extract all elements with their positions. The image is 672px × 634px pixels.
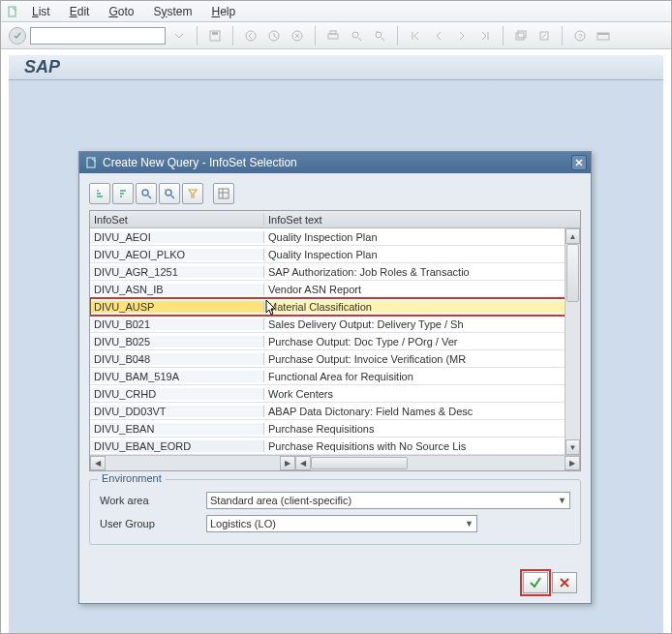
- table-row[interactable]: DIVU_ASN_IBVendor ASN Report: [90, 281, 580, 298]
- svg-point-18: [142, 190, 148, 196]
- table-row[interactable]: DIVU_B021Sales Delivery Output: Delivery…: [90, 316, 580, 333]
- cell-infoset-text: Purchase Requisitions: [264, 423, 580, 435]
- scroll-thumb[interactable]: [566, 244, 579, 302]
- table-row[interactable]: DIVU_AEOIQuality Inspection Plan: [90, 228, 580, 246]
- cell-infoset-text: Material Classification: [264, 301, 580, 313]
- svg-rect-20: [219, 189, 229, 198]
- svg-point-9: [376, 32, 382, 38]
- table-row[interactable]: DIVU_B048Purchase Output: Invoice Verifi…: [90, 350, 580, 368]
- menu-help[interactable]: Help: [203, 3, 243, 20]
- find-button[interactable]: [136, 183, 157, 204]
- table-row[interactable]: DIVU_EBAN_EORDPurchase Requisitions with…: [90, 438, 580, 455]
- sort-desc-button[interactable]: [112, 183, 134, 204]
- col-header-infoset[interactable]: InfoSet: [90, 214, 264, 226]
- cell-infoset: DIVU_B048: [90, 353, 264, 365]
- last-page-icon[interactable]: [475, 26, 495, 45]
- hscroll-thumb[interactable]: [311, 457, 408, 469]
- next-page-icon[interactable]: [452, 26, 472, 45]
- table-row[interactable]: DIVU_AUSPMaterial Classification: [90, 298, 580, 316]
- command-field[interactable]: [30, 27, 166, 45]
- user-group-select[interactable]: Logistics (LO) ▼: [206, 515, 477, 532]
- scroll-up-icon[interactable]: ▲: [565, 228, 580, 244]
- enter-button[interactable]: [9, 27, 26, 45]
- cell-infoset: DIVU_B021: [90, 318, 264, 330]
- work-area-select[interactable]: Standard area (client-specific) ▼: [206, 492, 570, 509]
- table-row[interactable]: DIVU_AEOI_PLKOQuality Inspection Plan: [90, 246, 580, 263]
- infoset-grid: InfoSet InfoSet text DIVU_AEOIQuality In…: [89, 210, 581, 471]
- col-header-infoset-text[interactable]: InfoSet text: [264, 214, 565, 226]
- menu-list[interactable]: List: [24, 3, 58, 20]
- cell-infoset-text: Sales Delivery Output: Delivery Type / S…: [264, 318, 580, 330]
- svg-text:?: ?: [578, 32, 583, 41]
- menu-goto[interactable]: Goto: [101, 3, 141, 20]
- menu-edit[interactable]: Edit: [62, 3, 98, 20]
- exit-icon[interactable]: [264, 26, 284, 45]
- dialog-titlebar: Create New Query - InfoSet Selection: [79, 152, 591, 173]
- vertical-scrollbar[interactable]: ▲ ▼: [565, 228, 580, 455]
- cell-infoset: DIVU_DD03VT: [90, 406, 264, 417]
- work-area-label: Work area: [100, 495, 206, 506]
- accept-button[interactable]: [523, 572, 548, 593]
- svg-rect-17: [87, 158, 95, 167]
- svg-point-8: [352, 32, 358, 38]
- dialog-close-button[interactable]: [571, 155, 587, 170]
- user-group-value: Logistics (LO): [210, 518, 276, 529]
- hscroll-right-icon[interactable]: ▶: [565, 456, 580, 470]
- menu-system[interactable]: System: [145, 3, 199, 20]
- svg-rect-2: [212, 32, 218, 35]
- save-icon[interactable]: [205, 26, 225, 45]
- environment-group: Environment Work area Standard area (cli…: [89, 479, 581, 545]
- horizontal-scrollbar[interactable]: ◀ ▶ ◀ ▶: [90, 455, 580, 470]
- svg-point-19: [166, 190, 171, 196]
- svg-rect-10: [516, 33, 524, 40]
- chevron-down-icon: ▼: [558, 496, 566, 505]
- table-row[interactable]: DIVU_EBANPurchase Requisitions: [90, 420, 580, 438]
- find-next-icon[interactable]: [370, 26, 389, 45]
- user-group-label: User Group: [100, 518, 206, 529]
- cancel-icon[interactable]: [288, 26, 307, 45]
- cell-infoset-text: Work Centers: [264, 388, 580, 400]
- svg-rect-11: [518, 31, 526, 38]
- first-page-icon[interactable]: [406, 26, 425, 45]
- scroll-down-icon[interactable]: ▼: [565, 439, 580, 455]
- table-row[interactable]: DIVU_DD03VTABAP Data Dictonary: Field Na…: [90, 403, 580, 420]
- table-row[interactable]: DIVU_CRHDWork Centers: [90, 385, 580, 403]
- cell-infoset: DIVU_AGR_1251: [90, 266, 264, 278]
- cancel-button[interactable]: [552, 572, 577, 593]
- back-icon[interactable]: [241, 26, 260, 45]
- cell-infoset: DIVU_AEOI_PLKO: [90, 249, 264, 260]
- shortcut-icon[interactable]: [535, 26, 554, 45]
- content-area: Create New Query - InfoSet Selection Inf…: [9, 80, 663, 634]
- prev-page-icon[interactable]: [429, 26, 448, 45]
- dialog-toolbar: [89, 183, 581, 204]
- hscroll-left-2-icon[interactable]: ◀: [295, 456, 311, 470]
- new-session-icon[interactable]: [511, 26, 531, 45]
- sort-asc-button[interactable]: [89, 183, 110, 204]
- table-row[interactable]: DIVU_AGR_1251SAP Authorization: Job Role…: [90, 263, 580, 281]
- title-bar: SAP: [9, 55, 663, 80]
- find-icon[interactable]: [347, 26, 366, 45]
- cell-infoset-text: Purchase Output: Invoice Verification (M…: [264, 353, 580, 365]
- filter-button[interactable]: [182, 183, 203, 204]
- hscroll-left-icon[interactable]: ◀: [90, 456, 106, 470]
- table-row[interactable]: DIVU_BAM_519AFunctional Area for Requisi…: [90, 368, 580, 385]
- svg-rect-16: [597, 33, 609, 35]
- help-icon[interactable]: ?: [570, 26, 590, 45]
- menu-doc-icon[interactable]: [7, 5, 20, 18]
- print-icon[interactable]: [323, 26, 343, 45]
- chevron-down-icon: ▼: [465, 519, 473, 528]
- grid-body: DIVU_AEOIQuality Inspection PlanDIVU_AEO…: [90, 228, 580, 455]
- svg-rect-7: [330, 31, 336, 34]
- hscroll-right-1-icon[interactable]: ▶: [280, 456, 295, 470]
- layout-button[interactable]: [213, 183, 234, 204]
- layout-icon[interactable]: [594, 26, 613, 45]
- cell-infoset-text: SAP Authorization: Job Roles & Transacti…: [264, 266, 580, 278]
- find-next-button[interactable]: [159, 183, 180, 204]
- dropdown-icon[interactable]: [169, 26, 189, 45]
- cell-infoset: DIVU_EBAN: [90, 423, 264, 435]
- cell-infoset: DIVU_AEOI: [90, 231, 264, 243]
- table-row[interactable]: DIVU_B025Purchase Output: Doc Type / POr…: [90, 333, 580, 350]
- cell-infoset-text: Functional Area for Requisition: [264, 371, 580, 382]
- environment-legend: Environment: [98, 472, 166, 484]
- cell-infoset-text: Quality Inspection Plan: [264, 231, 580, 243]
